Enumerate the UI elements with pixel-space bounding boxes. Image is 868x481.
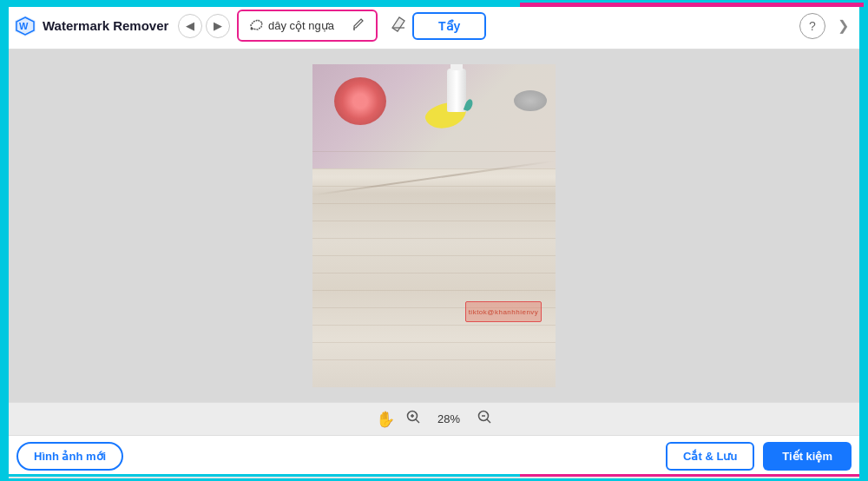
wood-line-11 — [312, 325, 556, 326]
photo-object-bottle — [447, 69, 466, 112]
left-border-accent — [4, 3, 9, 478]
top-cyan-border — [4, 3, 520, 7]
wood-line-6 — [312, 238, 556, 239]
save-button[interactable]: Tiết kiệm — [763, 442, 852, 471]
polygon-tool-button[interactable]: dây cột ngựa — [242, 13, 341, 38]
back-button[interactable]: ◀ — [178, 14, 202, 38]
wood-line-4 — [312, 203, 556, 204]
expand-button[interactable]: ❯ — [831, 14, 855, 38]
wood-line-2 — [312, 168, 556, 169]
svg-line-12 — [487, 419, 490, 423]
wood-line-3 — [312, 186, 556, 187]
tool-group: dây cột ngựa — [237, 10, 378, 42]
toolbar: W Watermark Remover ◀ ▶ dây cột ngựa — [4, 3, 864, 49]
nav-arrows: ◀ ▶ — [178, 14, 230, 38]
header-right: ? ❯ — [799, 13, 855, 39]
svg-point-3 — [251, 28, 253, 30]
image-container: tiktok@khanhhienvy — [312, 64, 556, 387]
polygon-icon — [249, 16, 265, 35]
bottom-action-bar: Hình ảnh mới Cắt & Lưu Tiết kiệm — [4, 435, 864, 477]
bottom-cyan-accent — [4, 474, 520, 477]
wood-line-9 — [312, 290, 556, 291]
bottom-magenta-accent — [520, 474, 864, 477]
wood-line-13 — [312, 359, 556, 360]
zoom-in-icon — [405, 409, 421, 429]
svg-line-9 — [416, 419, 419, 423]
watermark-selection-box[interactable]: tiktok@khanhhienvy — [465, 301, 542, 322]
forward-button[interactable]: ▶ — [206, 14, 230, 38]
zoom-bar: ✋ 28% — [4, 402, 864, 435]
wood-line-5 — [312, 221, 556, 221]
zoom-out-button[interactable] — [477, 409, 492, 429]
top-magenta-border — [520, 3, 864, 7]
hand-icon: ✋ — [376, 410, 395, 429]
watermark-text: tiktok@khanhhienvy — [469, 308, 539, 316]
logo-area: W Watermark Remover — [13, 14, 178, 38]
photo-object-disc — [334, 77, 386, 125]
brush-tool-button[interactable] — [343, 13, 372, 38]
svg-text:W: W — [19, 21, 29, 31]
right-action-buttons: Cắt & Lưu Tiết kiệm — [666, 442, 852, 471]
wood-line-12 — [312, 342, 556, 343]
wood-line-7 — [312, 255, 556, 256]
help-button[interactable]: ? — [799, 13, 825, 39]
polygon-tool-label: dây cột ngựa — [268, 19, 334, 32]
zoom-out-icon — [477, 409, 492, 429]
wood-line-8 — [312, 273, 556, 273]
hand-tool-button[interactable]: ✋ — [376, 410, 395, 429]
zoom-level-display: 28% — [431, 412, 466, 425]
right-border-accent — [859, 3, 864, 478]
new-image-button[interactable]: Hình ảnh mới — [16, 442, 123, 471]
wood-line-1 — [312, 151, 556, 152]
app-title: Watermark Remover — [43, 18, 168, 33]
zoom-in-button[interactable] — [405, 409, 421, 429]
save-cut-button[interactable]: Cắt & Lưu — [666, 442, 754, 471]
eraser-icon — [389, 14, 408, 37]
brush-icon — [350, 16, 365, 35]
eraser-tool-button[interactable] — [385, 12, 412, 40]
tay-button[interactable]: Tẩy — [412, 12, 486, 40]
main-canvas-area: tiktok@khanhhienvy — [4, 49, 864, 402]
wood-texture — [312, 151, 556, 387]
photo-object-bowl — [514, 90, 547, 111]
app-logo-icon: W — [13, 14, 37, 38]
photo-canvas: tiktok@khanhhienvy — [312, 64, 556, 387]
